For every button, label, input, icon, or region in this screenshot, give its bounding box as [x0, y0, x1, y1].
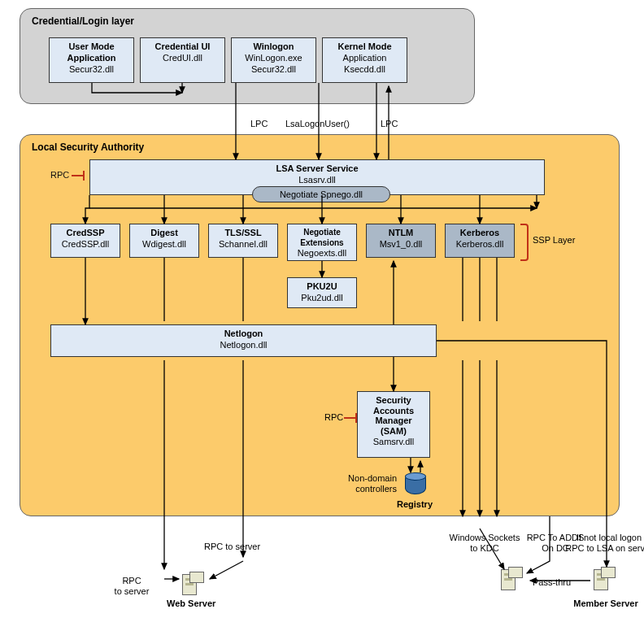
label-non-domain-controllers: Non-domaincontrollers: [340, 473, 397, 494]
netlogon-sub: Netlogon.dll: [53, 340, 434, 351]
box-user-mode-application: User ModeApplication Secur32.dll: [49, 37, 134, 83]
usermode-sub: Secur32.dll: [51, 64, 132, 76]
member-server-icon: [594, 569, 613, 590]
lsa-server-title: LSA Server Service: [92, 163, 542, 175]
pku2u-sub: Pku2ud.dll: [289, 293, 355, 304]
label-rpc-to-server-b: RPCto server: [107, 576, 156, 597]
label-lpc-1: LPC: [250, 119, 268, 129]
winlogon-title: Winlogon: [233, 41, 314, 53]
lsa-title: Local Security Authority: [32, 141, 144, 153]
kernel-sub: ApplicationKsecdd.dll: [324, 53, 405, 76]
label-lsalogonuser: LsaLogonUser(): [285, 119, 350, 129]
digest-sub: Wdigest.dll: [132, 239, 197, 250]
box-ntlm: NTLM Msv1_0.dll: [366, 224, 436, 258]
usermode-title: User ModeApplication: [51, 41, 132, 64]
tls-sub: Schannel.dll: [211, 239, 276, 250]
rpc-stub-lsa: [72, 175, 83, 176]
box-digest: Digest Wdigest.dll: [129, 224, 199, 258]
label-web-server: Web Server: [167, 598, 215, 609]
kerb-title: Kerberos: [447, 228, 512, 239]
box-kernel-mode: Kernel Mode ApplicationKsecdd.dll: [322, 37, 407, 83]
rpc-stub-sam: [344, 417, 355, 419]
label-member-server: Member Server: [569, 598, 642, 609]
box-netlogon: Netlogon Netlogon.dll: [50, 324, 437, 357]
label-windows-sockets: Windows Socketsto KDC: [440, 533, 529, 554]
tls-title: TLS/SSL: [211, 228, 276, 239]
pill-negotiate-spnego: Negotiate Spnego.dll: [252, 186, 390, 202]
registry-icon: [405, 476, 426, 494]
box-negotiate-extensions: NegotiateExtensions Negoexts.dll: [287, 224, 357, 261]
box-tls-ssl: TLS/SSL Schannel.dll: [208, 224, 278, 258]
dc-server-icon: [501, 569, 520, 590]
kerb-sub: Kerberos.dll: [447, 239, 512, 250]
label-ssp-layer: SSP Layer: [533, 235, 575, 246]
credui-sub: CredUI.dll: [142, 53, 223, 64]
box-sam: SecurityAccountsManager(SAM) Samsrv.dll: [357, 391, 430, 458]
box-kerberos: Kerberos Kerberos.dll: [445, 224, 515, 258]
credui-title: Credential UI: [142, 41, 223, 53]
negoext-sub: Negoexts.dll: [289, 248, 355, 259]
box-credential-ui: Credential UI CredUI.dll: [140, 37, 225, 83]
label-rpc-to-server-a: RPC to server: [204, 542, 260, 552]
credential-layer-title: Credential/Login layer: [32, 15, 134, 27]
sam-title: SecurityAccountsManager(SAM): [359, 395, 428, 437]
label-pass-thru: Pass-thru: [533, 577, 571, 588]
kernel-title: Kernel Mode: [324, 41, 405, 53]
ntlm-title: NTLM: [368, 228, 433, 239]
label-rpc-lsa: RPC: [50, 170, 69, 181]
credssp-sub: CredSSP.dll: [53, 239, 118, 250]
web-server-icon: [182, 574, 202, 595]
box-credssp: CredSSP CredSSP.dll: [50, 224, 120, 258]
netlogon-title: Netlogon: [53, 329, 434, 340]
label-rpc-sam: RPC: [324, 412, 343, 423]
negoext-title: NegotiateExtensions: [289, 228, 355, 248]
box-winlogon: Winlogon WinLogon.exeSecur32.dll: [231, 37, 316, 83]
digest-title: Digest: [132, 228, 197, 239]
box-pku2u: PKU2U Pku2ud.dll: [287, 277, 357, 308]
sam-sub: Samsrv.dll: [359, 437, 428, 448]
winlogon-sub: WinLogon.exeSecur32.dll: [233, 53, 314, 76]
ntlm-sub: Msv1_0.dll: [368, 239, 433, 250]
ssp-layer-bracket: [520, 224, 529, 261]
label-if-not-local-logon: If not local logonRPC to LSA on server: [564, 533, 644, 554]
pku2u-title: PKU2U: [289, 281, 355, 293]
credssp-title: CredSSP: [53, 228, 118, 239]
label-registry: Registry: [397, 499, 433, 510]
label-lpc-2: LPC: [381, 119, 398, 129]
lsa-server-sub: Lsasrv.dll: [92, 175, 542, 186]
